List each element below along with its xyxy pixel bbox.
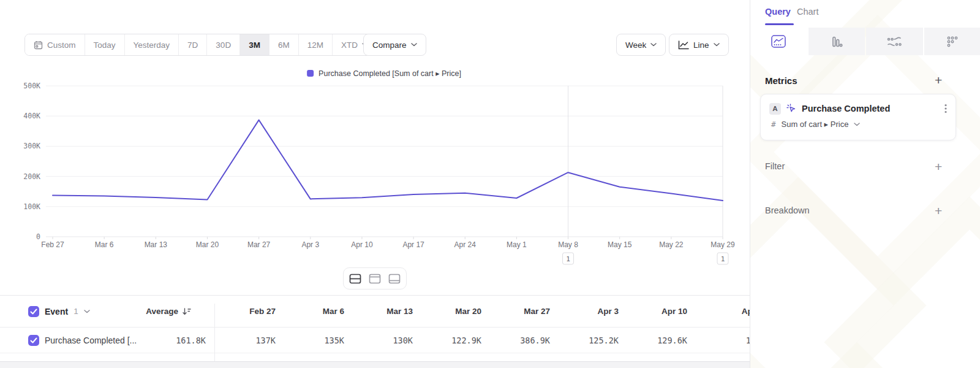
granularity-button[interactable]: Week <box>616 34 666 56</box>
chevron-down-icon <box>714 43 720 47</box>
line-chart[interactable]: 0100K200K300K400K500KFeb 27Mar 6Mar 13Ma… <box>0 80 750 270</box>
range-label: 30D <box>216 40 231 50</box>
range-label: Yesterday <box>134 40 170 50</box>
insights-report-page: CustomTodayYesterday7D30D3M6M12MXTD Comp… <box>0 0 980 368</box>
chevron-down-icon <box>854 123 860 126</box>
column-header[interactable]: Mar 6 <box>284 296 353 327</box>
range-12m[interactable]: 12M <box>298 34 332 55</box>
kebab-menu-icon[interactable] <box>943 102 948 115</box>
annotation-badge-count: 1 <box>721 255 725 263</box>
range-label: 6M <box>278 40 290 50</box>
column-header[interactable]: Apr 10 <box>627 296 696 327</box>
y-axis-label: 500K <box>23 82 40 90</box>
add-filter-button[interactable]: + <box>931 159 946 174</box>
chevron-down-icon <box>411 43 417 47</box>
y-axis-label: 200K <box>23 172 40 181</box>
table-bottom-view-button[interactable] <box>385 270 404 286</box>
event-column-header: Event <box>45 307 68 316</box>
table-bottom-view-icon <box>388 274 401 284</box>
table-cell: 125.2K <box>559 328 627 353</box>
range-label: 12M <box>307 40 323 50</box>
chart-type-bar-button[interactable] <box>809 28 865 55</box>
chart-type-button[interactable]: Line <box>669 34 729 56</box>
table-cell: 135K <box>284 328 353 353</box>
table-cell: 386.9K <box>490 328 559 353</box>
legend-label: Purchase Completed [Sum of cart ▸ Price] <box>318 69 461 78</box>
compare-button[interactable]: Compare <box>363 34 426 56</box>
column-header-average[interactable]: Average <box>123 296 191 327</box>
breakdown-section-title: Breakdown <box>765 205 810 215</box>
range-6m[interactable]: 6M <box>269 34 298 55</box>
average-value: 161.8K <box>123 328 206 353</box>
filter-section-title: Filter <box>765 161 785 171</box>
metric-event-name: Purchase Completed <box>802 104 938 113</box>
table-row[interactable]: Purchase Completed [... 161.8K 137K135K1… <box>0 328 750 353</box>
table-cell: 130K <box>353 328 421 353</box>
compare-label: Compare <box>372 40 407 50</box>
metrics-section-title: Metrics <box>765 75 797 86</box>
bar-icon <box>831 36 843 48</box>
add-breakdown-button[interactable]: + <box>931 204 946 218</box>
x-axis-label: Mar 27 <box>247 240 271 249</box>
split-view-button[interactable] <box>346 270 364 286</box>
column-header[interactable]: Mar 27 <box>490 296 559 327</box>
range-label: 3M <box>249 40 260 50</box>
y-axis-label: 300K <box>23 142 40 150</box>
x-axis-label: Feb 27 <box>41 240 64 249</box>
y-axis-label: 400K <box>23 112 40 120</box>
active-tab-underline <box>765 23 794 25</box>
range-7d[interactable]: 7D <box>178 34 206 55</box>
range-label: Today <box>94 40 116 50</box>
range-yesterday[interactable]: Yesterday <box>124 34 179 55</box>
tab-chart[interactable]: Chart <box>797 7 818 17</box>
x-axis-label: Apr 17 <box>402 240 424 249</box>
query-sidebar: Query Chart Metrics + A Purchase Complet… <box>750 0 980 368</box>
row-values: 137K135K130K122.9K386.9K125.2K129.6K14 <box>216 328 750 353</box>
column-header[interactable]: Feb 27 <box>216 296 284 327</box>
table-column-divider <box>214 304 215 361</box>
granularity-label: Week <box>625 40 646 50</box>
x-axis-label: Mar 6 <box>95 240 114 249</box>
insights-line-icon <box>771 35 786 48</box>
column-header[interactable]: Apr <box>696 296 750 327</box>
range-label: Custom <box>47 40 76 50</box>
split-view-icon <box>349 274 361 284</box>
y-axis-label: 0 <box>36 232 40 241</box>
metric-aggregation-selector[interactable]: # Sum of cart ▸ Price <box>761 115 956 129</box>
x-axis-label: May 29 <box>710 240 735 249</box>
range-today[interactable]: Today <box>85 34 124 55</box>
select-all-checkbox[interactable] <box>28 306 39 317</box>
chart-type-label: Line <box>693 40 709 50</box>
chart-top-view-button[interactable] <box>366 270 384 286</box>
x-axis-label: Apr 24 <box>454 240 477 249</box>
annotation-badge-count: 1 <box>566 255 570 263</box>
series-line[interactable] <box>53 120 723 201</box>
results-table: Event 1 Average Feb 27Mar 6Mar 13Mar 20M… <box>0 295 750 368</box>
table-cell: 122.9K <box>421 328 490 353</box>
chart-type-retention-button[interactable] <box>924 28 980 55</box>
event-cursor-icon <box>786 104 796 113</box>
range-custom[interactable]: Custom <box>25 34 85 55</box>
x-axis-label: Mar 13 <box>145 240 168 249</box>
range-label: XTD <box>341 40 358 50</box>
retention-icon <box>947 36 958 47</box>
chart-type-insights-line-button[interactable] <box>750 28 807 55</box>
tab-query[interactable]: Query <box>765 7 791 17</box>
main-panel: CustomTodayYesterday7D30D3M6M12MXTD Comp… <box>0 0 750 368</box>
table-cell: 137K <box>216 328 284 353</box>
layout-toggle-group <box>343 267 407 289</box>
range-3m[interactable]: 3M <box>239 34 269 55</box>
range-30d[interactable]: 30D <box>206 34 239 55</box>
column-header[interactable]: Apr 3 <box>559 296 627 327</box>
column-header[interactable]: Mar 20 <box>421 296 490 327</box>
metric-card[interactable]: A Purchase Completed # Sum of cart ▸ Pri… <box>760 94 956 140</box>
chart-type-flows-button[interactable] <box>866 28 923 55</box>
row-checkbox[interactable] <box>28 335 39 346</box>
chevron-down-icon[interactable] <box>84 310 90 313</box>
add-metric-button[interactable]: + <box>931 73 946 88</box>
column-header[interactable]: Mar 13 <box>353 296 421 327</box>
chart-legend[interactable]: Purchase Completed [Sum of cart ▸ Price] <box>307 69 461 78</box>
chart-top-view-icon <box>369 274 381 284</box>
metric-aggregation-label: Sum of cart ▸ Price <box>782 120 849 129</box>
date-column-headers: Feb 27Mar 6Mar 13Mar 20Mar 27Apr 3Apr 10… <box>216 296 750 327</box>
